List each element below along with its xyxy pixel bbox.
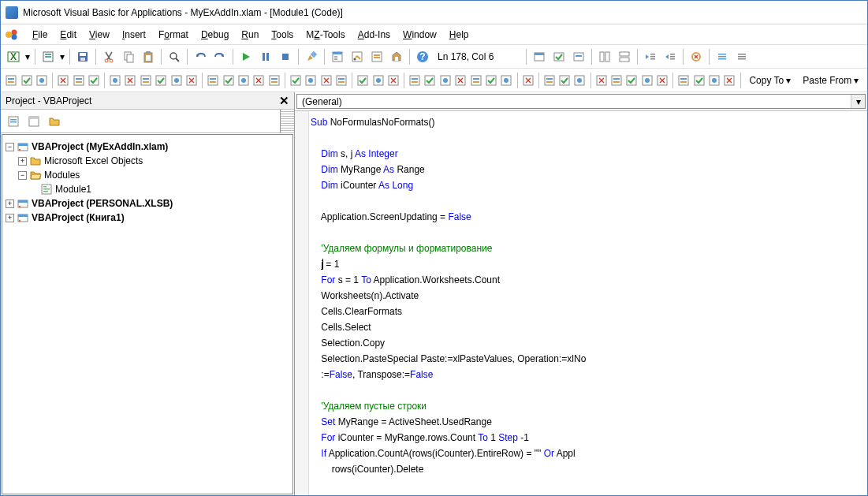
tree-folder[interactable]: − Modules — [6, 168, 289, 182]
tb2-icon[interactable] — [499, 71, 513, 90]
view-code-icon[interactable] — [4, 112, 23, 131]
redo-icon[interactable] — [210, 47, 229, 66]
folder-icon[interactable] — [45, 112, 64, 131]
close-icon[interactable]: ✕ — [275, 92, 292, 110]
tb2-icon[interactable] — [557, 71, 572, 90]
project-tree[interactable]: − VBAProject (MyExAddIn.xlam) + Microsof… — [2, 134, 293, 494]
tb2-icon[interactable] — [334, 71, 348, 90]
tb2-icon[interactable] — [19, 71, 33, 90]
tb2-icon[interactable] — [267, 71, 281, 90]
undo-icon[interactable] — [191, 47, 210, 66]
menu-window[interactable]: Window — [397, 27, 443, 43]
tb2-icon[interactable] — [371, 71, 385, 90]
tb-icon[interactable] — [595, 47, 614, 66]
outdent-icon[interactable] — [641, 47, 660, 66]
menu-mztools[interactable]: MZ-Tools — [300, 27, 351, 43]
tb2-icon[interactable] — [154, 71, 168, 90]
collapse-icon[interactable]: − — [6, 143, 14, 151]
tb2-icon[interactable] — [692, 71, 706, 90]
tb2-icon[interactable] — [468, 71, 482, 90]
dropdown-arrow-icon[interactable]: ▾ — [24, 51, 32, 62]
pastefrom-button[interactable]: Paste From▾ — [797, 71, 864, 90]
tb2-icon[interactable] — [184, 71, 199, 90]
tb2-icon[interactable] — [108, 71, 122, 90]
design-mode-icon[interactable] — [302, 47, 321, 66]
collapse-icon[interactable]: − — [18, 171, 27, 180]
tb2-icon[interactable] — [4, 71, 18, 90]
tb2-icon[interactable] — [139, 71, 153, 90]
menu-insert[interactable]: Insert — [116, 27, 152, 43]
tree-module[interactable]: Module1 — [6, 182, 289, 196]
paste-icon[interactable] — [139, 47, 158, 66]
tb-icon[interactable] — [569, 47, 588, 66]
tb2-icon[interactable] — [71, 71, 85, 90]
tb2-icon[interactable] — [87, 71, 101, 90]
code-editor[interactable]: Sub NoFormulasNoFormats() Dim s, j As In… — [295, 111, 867, 495]
tree-project-root[interactable]: − VBAProject (MyExAddIn.xlam) — [6, 140, 289, 154]
tb2-icon[interactable] — [594, 71, 608, 90]
properties-icon[interactable] — [348, 47, 367, 66]
tb2-icon[interactable] — [520, 71, 535, 90]
reset-icon[interactable] — [276, 47, 295, 66]
tb2-icon[interactable] — [722, 71, 736, 90]
tb2-icon[interactable] — [289, 71, 303, 90]
menu-tools[interactable]: Tools — [265, 27, 300, 43]
tb2-icon[interactable] — [237, 71, 251, 90]
tb2-icon[interactable] — [56, 71, 70, 90]
tb2-icon[interactable] — [35, 71, 49, 90]
object-browser-icon[interactable] — [367, 47, 386, 66]
view-object-icon[interactable] — [24, 112, 43, 131]
toolbox-icon[interactable] — [387, 47, 406, 66]
tree-folder[interactable]: + Microsoft Excel Objects — [6, 154, 289, 168]
find-icon[interactable] — [165, 47, 184, 66]
chevron-down-icon[interactable]: ▾ — [851, 95, 865, 108]
tb2-icon[interactable] — [676, 71, 691, 90]
tb2-icon[interactable] — [356, 71, 370, 90]
tb2-icon[interactable] — [206, 71, 220, 90]
tb2-icon[interactable] — [707, 71, 721, 90]
object-dropdown[interactable]: (General) ▾ — [296, 94, 866, 109]
tb2-icon[interactable] — [542, 71, 557, 90]
tb2-icon[interactable] — [251, 71, 266, 90]
tb2-icon[interactable] — [484, 71, 498, 90]
save-icon[interactable] — [73, 47, 92, 66]
mz-tools-icon[interactable] — [4, 27, 20, 43]
insert-module-icon[interactable] — [39, 47, 58, 66]
code-content[interactable]: Sub NoFormulasNoFormats() Dim s, j As In… — [311, 114, 586, 477]
tb2-icon[interactable] — [408, 71, 422, 90]
tb2-icon[interactable] — [319, 71, 333, 90]
menu-view[interactable]: View — [83, 27, 116, 43]
tb-icon[interactable] — [549, 47, 568, 66]
menu-debug[interactable]: Debug — [195, 27, 235, 43]
tb-icon[interactable] — [615, 47, 634, 66]
uncomment-icon[interactable] — [732, 47, 751, 66]
tb2-icon[interactable] — [609, 71, 624, 90]
expand-icon[interactable]: + — [6, 214, 14, 222]
menu-help[interactable]: Help — [443, 27, 475, 43]
tree-project[interactable]: + VBAProject (PERSONAL.XLSB) — [6, 196, 289, 211]
copyto-button[interactable]: Copy To▾ — [743, 71, 796, 90]
code-margin[interactable] — [295, 111, 309, 495]
tb2-icon[interactable] — [438, 71, 453, 90]
break-icon[interactable] — [256, 47, 275, 66]
run-icon[interactable] — [237, 47, 255, 66]
expand-icon[interactable]: + — [6, 200, 14, 208]
tb2-icon[interactable] — [221, 71, 235, 90]
tree-project[interactable]: + VBAProject (Книга1) — [6, 211, 289, 225]
tb2-icon[interactable] — [169, 71, 183, 90]
view-excel-icon[interactable]: X — [4, 47, 23, 66]
menu-addins[interactable]: Add-Ins — [352, 27, 397, 43]
tb2-icon[interactable] — [123, 71, 137, 90]
indent-icon[interactable] — [661, 47, 680, 66]
cut-icon[interactable] — [99, 47, 118, 66]
tb2-icon[interactable] — [655, 71, 669, 90]
tb2-icon[interactable] — [304, 71, 318, 90]
tb2-icon[interactable] — [453, 71, 468, 90]
help-icon[interactable]: ? — [413, 47, 432, 66]
tb2-icon[interactable] — [423, 71, 437, 90]
tb2-icon[interactable] — [386, 71, 400, 90]
menu-edit[interactable]: Edit — [54, 27, 83, 43]
dropdown-arrow-icon[interactable]: ▾ — [58, 51, 66, 62]
expand-icon[interactable]: + — [18, 157, 27, 166]
project-explorer-icon[interactable] — [328, 47, 347, 66]
